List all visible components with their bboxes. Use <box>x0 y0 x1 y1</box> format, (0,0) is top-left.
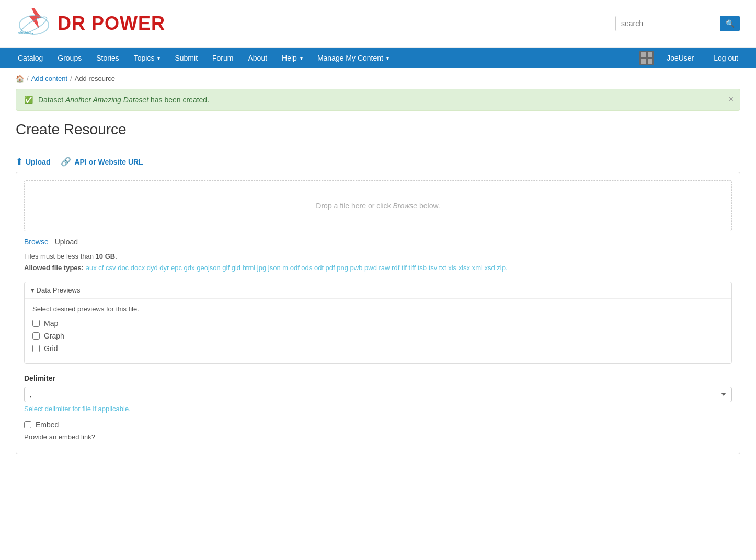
data-previews-section: ▾ Data Previews Select desired previews … <box>24 282 732 364</box>
size-value: 10 GB <box>96 252 116 260</box>
delimiter-section: Delimiter , ; Tab Select delimiter for f… <box>24 374 732 413</box>
tab-upload[interactable]: ⬆ Upload <box>16 157 50 167</box>
upload-tab-icon: ⬆ <box>16 157 22 167</box>
nav-item-username[interactable]: JoeUser <box>659 48 701 68</box>
file-size-info: Files must be less than 10 GB. <box>24 252 732 260</box>
breadcrumb-current: Add resource <box>75 75 115 83</box>
delimiter-hint: Select delimiter for file if applicable. <box>24 405 732 413</box>
checkbox-grid: Grid <box>32 344 724 353</box>
breadcrumb-sep-2: / <box>70 75 72 83</box>
page-title: Create Resource <box>16 121 740 146</box>
nav-right: JoeUser Log out <box>639 48 746 68</box>
upload-tabs: ⬆ Upload 🔗 API or Website URL <box>16 157 740 167</box>
main-nav: Catalog Groups Stories Topics▾ Submit Fo… <box>0 48 756 68</box>
nav-item-logout[interactable]: Log out <box>706 48 746 68</box>
nav-item-topics[interactable]: Topics▾ <box>127 48 168 68</box>
alert-dataset-name: Another Amazing Dataset <box>65 96 148 104</box>
data-previews-body: Select desired previews for this file. M… <box>25 298 731 363</box>
checkbox-embed: Embed <box>24 421 732 429</box>
breadcrumb: 🏠 / Add content / Add resource <box>0 68 756 89</box>
file-types-info: Allowed file types: aux cf csv doc docx … <box>24 263 732 274</box>
preview-description: Select desired previews for this file. <box>32 305 724 313</box>
delimiter-label: Delimiter <box>24 374 732 382</box>
user-avatar-icon <box>639 51 654 65</box>
check-icon: ✅ <box>24 96 33 104</box>
breadcrumb-add-content[interactable]: Add content <box>31 75 67 83</box>
manage-dropdown-arrow: ▾ <box>386 55 389 61</box>
tab-api-label: API or Website URL <box>74 158 143 166</box>
tab-upload-label: Upload <box>26 158 50 166</box>
nav-item-stories[interactable]: Stories <box>89 48 127 68</box>
types-value: aux cf csv doc docx dyd dyr epc gdx geoj… <box>86 264 508 272</box>
embed-hint: Provide an embed link? <box>24 433 732 441</box>
svg-marker-0 <box>29 8 42 29</box>
header: electricity DR POWER 🔍 <box>0 0 756 48</box>
nav-left: Catalog Groups Stories Topics▾ Submit Fo… <box>10 48 639 68</box>
drop-text-suffix: below. <box>417 202 440 210</box>
checkbox-embed-input[interactable] <box>24 421 31 428</box>
data-previews-header[interactable]: ▾ Data Previews <box>25 282 731 298</box>
size-suffix: . <box>115 252 117 260</box>
alert-text-suffix: has been created. <box>148 96 209 104</box>
types-label: Allowed file types: <box>24 264 86 272</box>
svg-rect-5 <box>648 52 652 57</box>
checkbox-graph-input[interactable] <box>32 332 40 340</box>
svg-rect-4 <box>641 52 646 57</box>
upload-box-container: Drop a file here or click Browse below. … <box>16 172 740 454</box>
nav-item-submit[interactable]: Submit <box>167 48 205 68</box>
logo-icon: electricity <box>16 5 52 42</box>
embed-section: Embed Provide an embed link? <box>24 421 732 446</box>
nav-item-about[interactable]: About <box>240 48 274 68</box>
checkbox-map-input[interactable] <box>32 320 40 327</box>
checkbox-grid-input[interactable] <box>32 345 40 352</box>
breadcrumb-sep-1: / <box>27 75 29 83</box>
svg-rect-7 <box>648 59 652 64</box>
breadcrumb-home[interactable]: 🏠 <box>16 75 24 83</box>
nav-item-catalog[interactable]: Catalog <box>10 48 50 68</box>
file-actions: Browse Upload <box>24 238 732 246</box>
drop-zone[interactable]: Drop a file here or click Browse below. <box>24 180 732 231</box>
logo-area: electricity DR POWER <box>16 5 165 42</box>
api-tab-icon: 🔗 <box>61 157 71 167</box>
size-text: Files must be less than <box>24 252 96 260</box>
search-button[interactable]: 🔍 <box>720 16 740 31</box>
drop-browse-text: Browse <box>393 202 417 210</box>
search-area: 🔍 <box>615 16 740 31</box>
drop-text-prefix: Drop a file here or click <box>316 202 393 210</box>
main-content: Create Resource ⬆ Upload 🔗 API or Websit… <box>0 116 756 470</box>
svg-rect-6 <box>641 59 646 64</box>
topics-dropdown-arrow: ▾ <box>157 55 160 61</box>
data-previews-header-text: ▾ Data Previews <box>31 286 80 294</box>
search-input[interactable] <box>616 16 720 31</box>
delimiter-select[interactable]: , ; Tab <box>24 387 732 402</box>
checkbox-map: Map <box>32 319 724 328</box>
checkbox-graph-label: Graph <box>44 332 64 340</box>
upload-link: Upload <box>55 238 78 246</box>
checkbox-grid-label: Grid <box>44 344 58 353</box>
alert-text-prefix: Dataset <box>38 96 65 104</box>
nav-item-forum[interactable]: Forum <box>205 48 240 68</box>
help-dropdown-arrow: ▾ <box>300 55 303 61</box>
svg-text:electricity: electricity <box>18 31 34 35</box>
nav-item-manage[interactable]: Manage My Content▾ <box>310 48 396 68</box>
nav-item-groups[interactable]: Groups <box>50 48 89 68</box>
alert-close-button[interactable]: × <box>729 95 734 104</box>
tab-api-url[interactable]: 🔗 API or Website URL <box>61 157 143 167</box>
checkbox-embed-label: Embed <box>36 421 59 429</box>
logo-text: DR POWER <box>58 13 165 34</box>
nav-item-help[interactable]: Help▾ <box>274 48 310 68</box>
browse-link[interactable]: Browse <box>24 238 49 246</box>
checkbox-map-label: Map <box>44 319 58 328</box>
checkbox-graph: Graph <box>32 332 724 340</box>
success-alert: ✅ Dataset Another Amazing Dataset has be… <box>16 89 740 111</box>
